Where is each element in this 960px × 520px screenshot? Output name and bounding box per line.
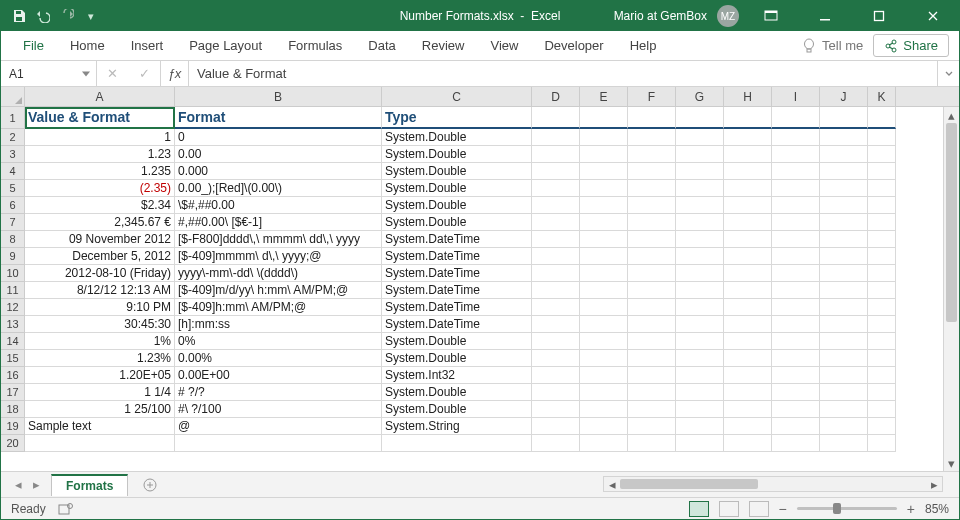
cell[interactable]: \$#,##0.00 [175,197,382,214]
cell[interactable]: 1 1/4 [25,384,175,401]
row-header[interactable]: 14 [1,333,25,350]
cell[interactable] [724,163,772,180]
tab-page-layout[interactable]: Page Layout [177,32,274,59]
cell[interactable] [724,316,772,333]
add-sheet-button[interactable] [138,473,162,497]
cell[interactable] [868,146,896,163]
cancel-formula-icon[interactable]: ✕ [107,66,118,81]
cell[interactable]: System.Double [382,214,532,231]
cell[interactable]: System.Double [382,163,532,180]
cell[interactable]: System.Double [382,146,532,163]
cell[interactable] [724,435,772,452]
column-header-b[interactable]: B [175,87,382,107]
column-header-a[interactable]: A [25,87,175,107]
cell[interactable] [628,367,676,384]
column-header-g[interactable]: G [676,87,724,107]
cell[interactable] [724,214,772,231]
cell[interactable] [772,350,820,367]
row-header[interactable]: 16 [1,367,25,384]
cell[interactable]: [$-409]mmmm\ d\,\ yyyy;@ [175,248,382,265]
cell[interactable] [532,333,580,350]
cell[interactable] [676,282,724,299]
column-header-f[interactable]: F [628,87,676,107]
cell[interactable] [820,180,868,197]
row-header[interactable]: 1 [1,107,25,129]
cell[interactable]: Format [175,107,382,129]
cell[interactable] [724,401,772,418]
cell[interactable] [580,248,628,265]
cell[interactable]: 1 [25,129,175,146]
cell[interactable] [676,248,724,265]
cell[interactable] [532,129,580,146]
cell[interactable] [532,163,580,180]
hscroll-track[interactable] [620,477,926,491]
sheet-nav-next-icon[interactable]: ▸ [27,477,45,492]
cell[interactable]: System.DateTime [382,299,532,316]
cell[interactable] [772,248,820,265]
cell[interactable] [628,129,676,146]
cell[interactable] [724,107,772,129]
cell[interactable] [868,350,896,367]
cell[interactable] [382,435,532,452]
cell[interactable]: 1.23 [25,146,175,163]
cell[interactable]: 0.00E+00 [175,367,382,384]
view-page-break-icon[interactable] [749,501,769,517]
cell[interactable] [676,129,724,146]
cell[interactable]: Type [382,107,532,129]
cell[interactable]: # ?/? [175,384,382,401]
cell[interactable] [772,333,820,350]
user-avatar[interactable]: MZ [717,5,739,27]
column-header-e[interactable]: E [580,87,628,107]
cell[interactable] [772,435,820,452]
cell[interactable] [676,384,724,401]
cell[interactable] [820,146,868,163]
cell[interactable] [820,435,868,452]
formula-bar[interactable]: Value & Format [189,61,937,86]
cell[interactable] [532,214,580,231]
cell[interactable] [868,401,896,418]
tab-formulas[interactable]: Formulas [276,32,354,59]
cell[interactable]: 0.000 [175,163,382,180]
cell[interactable]: 1.23% [25,350,175,367]
cell[interactable] [532,350,580,367]
horizontal-scrollbar[interactable]: ◂ ▸ [603,476,943,492]
cell[interactable]: [$-409]m/d/yy\ h:mm\ AM/PM;@ [175,282,382,299]
tab-developer[interactable]: Developer [532,32,615,59]
cell[interactable]: 0 [175,129,382,146]
cell[interactable] [628,265,676,282]
cell[interactable] [676,107,724,129]
cell[interactable] [676,265,724,282]
vscroll-track[interactable] [944,123,959,455]
cell[interactable] [580,316,628,333]
cell[interactable]: 0.00% [175,350,382,367]
cell[interactable] [820,367,868,384]
cell[interactable] [580,129,628,146]
cell[interactable] [724,129,772,146]
row-header[interactable]: 18 [1,401,25,418]
row-header[interactable]: 13 [1,316,25,333]
cell[interactable] [532,282,580,299]
cell[interactable] [628,384,676,401]
user-name[interactable]: Mario at GemBox [614,9,707,23]
column-header-k[interactable]: K [868,87,896,107]
tab-help[interactable]: Help [618,32,669,59]
tab-insert[interactable]: Insert [119,32,176,59]
row-header[interactable]: 4 [1,163,25,180]
vertical-scrollbar[interactable]: ▴ ▾ [943,107,959,471]
row-header[interactable]: 12 [1,299,25,316]
cell[interactable] [820,299,868,316]
cell[interactable]: System.DateTime [382,248,532,265]
cell[interactable]: $2.34 [25,197,175,214]
cell[interactable] [772,231,820,248]
cell[interactable] [868,107,896,129]
row-header[interactable]: 3 [1,146,25,163]
cell[interactable] [868,248,896,265]
cell[interactable] [820,384,868,401]
cell[interactable] [580,367,628,384]
cell[interactable]: 0% [175,333,382,350]
select-all-button[interactable] [1,87,25,107]
row-header[interactable]: 8 [1,231,25,248]
cell[interactable] [868,299,896,316]
hscroll-left-icon[interactable]: ◂ [604,477,620,491]
cell[interactable] [628,163,676,180]
